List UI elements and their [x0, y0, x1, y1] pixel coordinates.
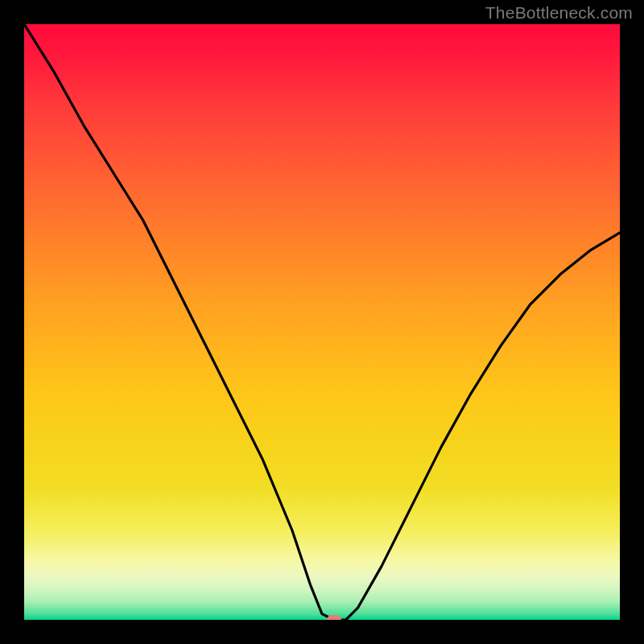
bottleneck-curve: [24, 24, 620, 620]
chart-frame: TheBottleneck.com: [0, 0, 644, 644]
watermark-text: TheBottleneck.com: [485, 3, 633, 23]
plot-area: [24, 24, 620, 620]
optimum-marker-icon: [327, 615, 341, 620]
